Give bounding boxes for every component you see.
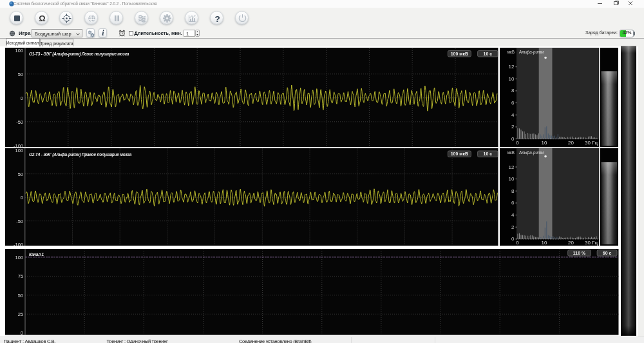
svg-text:10 с: 10 с <box>484 52 493 56</box>
svg-text:-50: -50 <box>16 219 23 224</box>
svg-text:100: 100 <box>15 148 23 153</box>
svg-text:30 Гц: 30 Гц <box>585 140 598 146</box>
svg-text:4: 4 <box>511 212 515 218</box>
svg-text:мкВ: мкВ <box>507 50 515 54</box>
svg-text:25: 25 <box>18 311 23 317</box>
svg-text:0: 0 <box>516 240 519 246</box>
svg-text:100: 100 <box>15 48 23 54</box>
svg-text:6: 6 <box>511 200 515 206</box>
svg-text:O2-T4 - ЭЭГ (Альфа-ритм) Право: O2-T4 - ЭЭГ (Альфа-ритм) Правое полушари… <box>29 152 132 157</box>
svg-text:6: 6 <box>511 100 515 106</box>
svg-text:50: 50 <box>18 293 23 299</box>
svg-text:8: 8 <box>511 88 515 93</box>
svg-text:20: 20 <box>568 140 574 146</box>
svg-text:100: 100 <box>15 255 23 260</box>
svg-text:10: 10 <box>542 240 547 246</box>
svg-text:0: 0 <box>21 95 23 101</box>
svg-text:мкВ: мкВ <box>507 150 515 155</box>
svg-text:O1-T3 - ЭЭГ (Альфа-ритм) Левое: O1-T3 - ЭЭГ (Альфа-ритм) Левое полушарие… <box>29 52 129 57</box>
svg-text:8: 8 <box>511 188 515 194</box>
svg-text:110 %: 110 % <box>573 251 586 255</box>
svg-text:4: 4 <box>511 112 515 118</box>
svg-text:30 Гц: 30 Гц <box>585 240 598 246</box>
svg-text:100 мкВ: 100 мкВ <box>451 152 468 156</box>
svg-text:0: 0 <box>511 136 515 142</box>
svg-text:60 с: 60 с <box>603 251 612 255</box>
svg-text:-50: -50 <box>16 119 23 125</box>
svg-text:12: 12 <box>509 64 515 70</box>
svg-text:2: 2 <box>511 224 515 230</box>
svg-text:50: 50 <box>18 172 23 177</box>
svg-text:0: 0 <box>21 195 23 201</box>
svg-text:12: 12 <box>509 164 515 170</box>
svg-text:10 с: 10 с <box>484 152 493 156</box>
svg-text:-100: -100 <box>14 242 23 248</box>
svg-text:10: 10 <box>542 140 547 146</box>
svg-text:0: 0 <box>511 236 515 242</box>
svg-text:50: 50 <box>18 72 23 77</box>
svg-text:20: 20 <box>568 240 574 246</box>
svg-text:2: 2 <box>511 124 515 130</box>
svg-text:Альфа-ритм: Альфа-ритм <box>518 150 544 155</box>
svg-text:Канал 1: Канал 1 <box>29 252 44 257</box>
svg-text:Альфа-ритм: Альфа-ритм <box>518 50 544 55</box>
svg-text:0: 0 <box>516 140 519 146</box>
svg-text:0: 0 <box>21 330 23 336</box>
svg-text:10: 10 <box>509 176 515 182</box>
svg-text:75: 75 <box>18 273 23 279</box>
svg-text:10: 10 <box>509 76 515 82</box>
svg-text:100 мкВ: 100 мкВ <box>451 52 468 56</box>
